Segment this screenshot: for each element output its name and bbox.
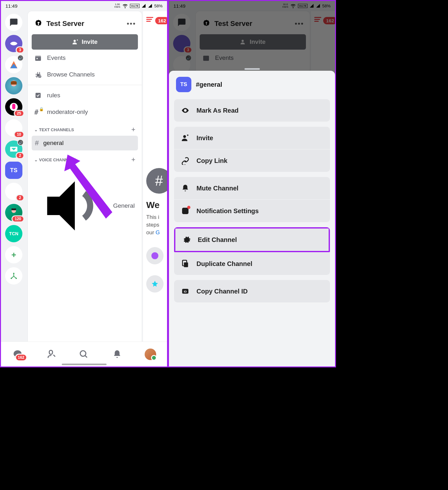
sheet-title: #general	[196, 81, 222, 88]
svg-text:ID: ID	[184, 290, 187, 293]
server-avatar-ts[interactable]: TS	[5, 162, 22, 179]
add-server-button[interactable]: +	[5, 246, 22, 263]
wifi-icon	[122, 3, 128, 9]
svg-rect-4	[12, 208, 16, 210]
more-icon[interactable]: •••	[127, 20, 136, 28]
volte-icon: VoLTE	[130, 4, 140, 8]
status-time: 11:49	[5, 3, 18, 9]
copy-channel-id-item[interactable]: ID Copy Channel ID	[174, 280, 330, 302]
unread-badge: 162	[155, 17, 167, 24]
server-avatar-3[interactable]	[5, 77, 22, 94]
menu-icon[interactable]	[146, 17, 153, 22]
server-avatar-9[interactable]: TCN	[5, 225, 22, 242]
moderator-channel[interactable]: #🔒 moderator-only	[32, 104, 138, 120]
server-avatar-abbrev: TS	[176, 77, 191, 92]
invite-item[interactable]: Invite	[174, 127, 330, 149]
svg-rect-20	[184, 262, 188, 267]
add-voice-channel-icon[interactable]: +	[131, 156, 135, 164]
server-rail: 3 🔊 25 10 🔊2 TS 2 120 TCN +	[1, 11, 27, 341]
welcome-body: This istepsour G	[146, 213, 167, 236]
speaker-mini-icon: 🔊	[17, 55, 24, 61]
avatar	[145, 349, 156, 360]
bottom-nav: 162	[1, 341, 167, 366]
svg-point-15	[80, 350, 86, 356]
invite-button[interactable]: Invite	[32, 34, 138, 50]
svg-rect-19	[182, 208, 188, 213]
link-icon	[181, 157, 189, 165]
server-avatar-8[interactable]: 120	[5, 204, 22, 221]
speaker-icon	[35, 169, 108, 243]
svg-point-18	[183, 135, 186, 138]
chevron-down-icon: ⌄	[34, 127, 38, 132]
svg-point-11	[36, 58, 38, 59]
mark-read-item[interactable]: Mark As Read	[174, 99, 330, 122]
hash-icon: #	[35, 139, 39, 147]
bell-icon	[181, 184, 189, 192]
server-boost-icon	[34, 19, 43, 28]
copy-link-item[interactable]: Copy Link	[174, 149, 330, 172]
svg-rect-10	[35, 56, 41, 57]
screenshot-left: 11:49 1.00KB/S VoLTE 58% 3 🔊 25 10 🔊2 TS…	[0, 0, 168, 367]
text-channels-category[interactable]: ⌄TEXT CHANNELS +	[32, 120, 138, 136]
home-indicator	[62, 364, 107, 365]
server-avatar-2[interactable]: 🔊	[5, 56, 22, 73]
server-avatar-5[interactable]: 10	[5, 119, 22, 137]
svg-rect-13	[36, 93, 41, 98]
channel-action-sheet: TS #general Mark As Read Invite Copy Lin…	[169, 71, 335, 366]
hash-lock-icon: #🔒	[34, 108, 42, 116]
nav-home[interactable]: 162	[11, 348, 24, 361]
screenshot-right: 11:49 16.0KB/S VoLTE 58% 3 🔊 Test Server…	[168, 0, 336, 367]
speaker-mini-icon-2: 🔊	[17, 139, 24, 146]
net-speed: 1.00KB/S	[115, 3, 120, 8]
nav-profile[interactable]	[144, 348, 157, 361]
notification-settings-icon	[181, 207, 189, 215]
notification-settings-item[interactable]: Notification Settings	[174, 199, 330, 222]
svg-point-5	[13, 273, 14, 274]
voice-channels-category[interactable]: ⌄VOICE CHANNELS +	[32, 150, 138, 166]
server-avatar-6[interactable]: 🔊2	[5, 141, 22, 158]
server-avatar-7[interactable]: 2	[5, 183, 22, 200]
voice-channel-general[interactable]: General	[32, 166, 138, 246]
server-avatar-4[interactable]: 25	[5, 98, 22, 116]
signal-icon-2	[148, 4, 152, 8]
add-user-icon	[72, 39, 78, 45]
rules-channel[interactable]: rules	[32, 87, 138, 104]
calendar-icon	[34, 54, 42, 62]
channel-panel: Test Server ••• Invite Events Browse Cha…	[28, 11, 142, 341]
action-chip-1[interactable]	[146, 247, 164, 264]
rules-icon	[34, 92, 42, 99]
id-icon: ID	[181, 287, 189, 295]
add-channel-icon[interactable]: +	[131, 125, 135, 134]
mute-channel-item[interactable]: Mute Channel	[174, 177, 330, 199]
signal-icon-1	[141, 4, 146, 8]
channel-hash-hero: #	[146, 168, 167, 194]
gear-icon	[182, 236, 191, 244]
browse-channels-row[interactable]: Browse Channels	[32, 66, 138, 83]
nav-search[interactable]	[77, 348, 90, 361]
copy-icon	[181, 260, 189, 268]
hub-button[interactable]	[5, 267, 22, 285]
nav-friends[interactable]	[44, 348, 57, 361]
dm-button[interactable]	[5, 14, 22, 31]
server-avatar-1[interactable]: 3	[5, 35, 22, 52]
browse-icon	[34, 71, 42, 78]
server-title[interactable]: Test Server	[46, 20, 84, 28]
events-row[interactable]: Events	[32, 50, 138, 66]
eye-icon	[181, 106, 189, 115]
sheet-handle[interactable]	[244, 68, 260, 70]
status-bar: 11:49 1.00KB/S VoLTE 58%	[1, 1, 167, 11]
duplicate-channel-item[interactable]: Duplicate Channel	[174, 252, 330, 275]
chevron-down-icon: ⌄	[34, 157, 38, 162]
content-peek: 162 # We This istepsour G	[143, 11, 167, 341]
action-chip-2[interactable]	[146, 275, 164, 293]
svg-point-8	[74, 40, 76, 42]
svg-point-14	[151, 253, 158, 260]
channel-general[interactable]: # general	[32, 136, 138, 150]
welcome-heading: We	[146, 200, 167, 210]
add-user-icon	[181, 134, 189, 142]
nav-notifications[interactable]	[111, 348, 124, 361]
edit-channel-item[interactable]: Edit Channel	[174, 227, 330, 252]
battery-pct: 58%	[154, 4, 163, 8]
